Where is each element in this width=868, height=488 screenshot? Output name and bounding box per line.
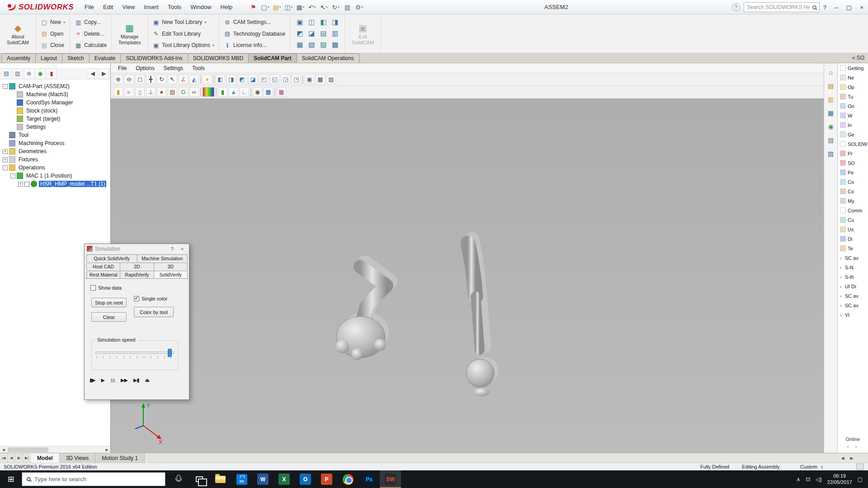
taskbar-search-input[interactable]: Type here to search: [22, 472, 165, 486]
view-iso-button[interactable]: ◲: [281, 75, 290, 84]
solidcam-menu-item[interactable]: Tools: [188, 65, 209, 71]
taskpane-item[interactable]: SO: [838, 158, 868, 168]
toolbar-button[interactable]: [216, 88, 217, 96]
tree-item[interactable]: Machining Process: [0, 139, 110, 147]
photoshop-button[interactable]: Ps: [359, 470, 380, 488]
license-info-button[interactable]: ℹLicense info...: [224, 40, 285, 50]
select-arrow-button[interactable]: ↖: [168, 75, 177, 84]
command-tab[interactable]: SolidCAM Part: [248, 53, 297, 63]
graphics-viewport[interactable]: Y X: [111, 99, 824, 453]
appearances-tab[interactable]: ◉: [826, 122, 835, 131]
view-tab[interactable]: Model: [31, 453, 60, 463]
tree-item[interactable]: Stock (stock): [0, 107, 110, 115]
solidworks-resources-tab[interactable]: ⌂: [826, 68, 835, 77]
cam-copy-button[interactable]: ▥Copy...: [75, 17, 107, 27]
cam-utility-5[interactable]: ◩: [295, 28, 305, 38]
solidcam-menu-item[interactable]: Settings: [159, 65, 188, 71]
tree-item[interactable]: CoordSys Manager: [0, 99, 110, 107]
manage-templates-button[interactable]: Manage Templates: [112, 14, 148, 53]
machine-sim-button[interactable]: ▤: [168, 87, 177, 97]
color-by-tool-button[interactable]: Color by tool: [134, 307, 174, 317]
taskpane-item[interactable]: UI Dr: [838, 282, 868, 291]
taskpane-item[interactable]: SOLIDW: [838, 139, 868, 149]
tree-next[interactable]: ▶: [99, 69, 109, 79]
tree-item[interactable]: Target (target): [0, 115, 110, 123]
tree-item[interactable]: + Geometries: [0, 147, 110, 155]
to-end-button[interactable]: ▶▮: [133, 377, 139, 383]
toolbar-button[interactable]: [302, 75, 303, 84]
view-tab[interactable]: 3D Views: [60, 453, 95, 463]
stop-on-next-button[interactable]: Stop on next: [91, 298, 127, 307]
taskpane-item[interactable]: Tu: [838, 92, 868, 101]
expander-icon[interactable]: +: [3, 149, 8, 154]
tree-tab-coordsys[interactable]: ⊕: [24, 69, 34, 79]
pane-right-button[interactable]: ▶: [847, 453, 856, 463]
network-icon[interactable]: ⊡: [806, 476, 810, 483]
cam-calculate-button[interactable]: ▦Calculate: [75, 40, 107, 50]
tree-item[interactable]: + HSR_HMP_model ...T1 (1): [0, 180, 110, 188]
menu-item[interactable]: View: [118, 0, 139, 14]
show-stock-button[interactable]: ▮: [113, 87, 123, 97]
scroll-track[interactable]: [7, 446, 104, 453]
clear-button[interactable]: Clear: [91, 312, 127, 322]
taskpane-item[interactable]: SC av: [838, 291, 868, 300]
tree-hscrollbar[interactable]: [0, 446, 110, 453]
tree-item[interactable]: Machine (Mach3): [0, 90, 110, 99]
toolbar-button[interactable]: [200, 88, 201, 96]
gcode-button[interactable]: G: [179, 87, 188, 97]
simulation-mode-tab[interactable]: Quick SolidVerify: [86, 254, 137, 262]
simulation-mode-tab[interactable]: 2D: [120, 263, 154, 270]
color-scale[interactable]: [203, 87, 214, 97]
rotate-view-button[interactable]: ↻: [157, 75, 166, 84]
show-data-checkbox[interactable]: Show data: [90, 285, 122, 291]
tray-expand-button[interactable]: ∧: [797, 476, 801, 483]
taskpane-item[interactable]: Co: [838, 177, 868, 187]
taskpane-item[interactable]: W: [838, 111, 868, 120]
taskpane-item[interactable]: Pe: [838, 168, 868, 177]
forward-button[interactable]: ▶▶: [121, 377, 127, 383]
options-button[interactable]: ⚙: [354, 2, 364, 13]
step-button[interactable]: ▮▶: [90, 377, 95, 383]
view-dimetric-button[interactable]: ◳: [292, 75, 301, 84]
taskpane-collapse[interactable]: « SO: [852, 55, 864, 61]
scroll-left-icon[interactable]: [0, 446, 7, 453]
solidworks-button[interactable]: SW: [380, 470, 401, 488]
expander-icon[interactable]: -: [3, 84, 8, 89]
tree-tab-features[interactable]: ▤: [1, 69, 11, 79]
exit-solidcam-button[interactable]: Exit SolidCAM: [345, 14, 381, 53]
menu-item[interactable]: Insert: [139, 0, 163, 14]
view-palette-tab[interactable]: ▦: [826, 108, 835, 117]
solidcam-menu-item[interactable]: Options: [131, 65, 159, 71]
section-button[interactable]: ◭: [189, 75, 199, 84]
restore-button[interactable]: ▢: [843, 1, 855, 14]
cam-utility-9[interactable]: ▦: [295, 40, 305, 50]
command-tab[interactable]: SOLIDWORKS Add-Ins: [120, 53, 188, 63]
tree-item[interactable]: - CAM-Part (ASSEM2): [0, 82, 110, 90]
taskpane-item[interactable]: Ne: [838, 73, 868, 82]
show-holder-button[interactable]: ▲: [229, 87, 238, 97]
online-nav-arrows[interactable]: [838, 444, 868, 449]
snapshot-button[interactable]: ◉: [253, 87, 262, 97]
prev-view-button[interactable]: ◀: [8, 453, 15, 463]
tree-item[interactable]: + Fixtures: [0, 155, 110, 164]
command-tab[interactable]: Sketch: [62, 53, 90, 63]
pane-left-button[interactable]: ◀: [838, 453, 847, 463]
tree-tab-display[interactable]: ▥: [13, 69, 23, 79]
zoom-window-button[interactable]: ◻: [135, 75, 145, 84]
design-library-tab[interactable]: ▤: [826, 81, 835, 90]
view-bottom-button[interactable]: ◱: [270, 75, 279, 84]
excel-button[interactable]: X: [274, 470, 295, 488]
measure-button[interactable]: ∠: [179, 75, 188, 84]
configuration-selector[interactable]: Custom: [800, 464, 823, 469]
taskpane-item[interactable]: Us: [838, 225, 868, 234]
volume-icon[interactable]: ◁): [816, 476, 821, 483]
next-view-button[interactable]: ▶: [15, 453, 23, 463]
taskpane-item[interactable]: Pr: [838, 149, 868, 158]
chrome-button[interactable]: [337, 470, 359, 488]
dialog-titlebar[interactable]: Simulation ?×: [85, 244, 189, 254]
cortana-mic-button[interactable]: [167, 470, 189, 488]
pane-toggle-icon[interactable]: [856, 464, 863, 470]
cam-utility-8[interactable]: ▥: [330, 28, 340, 38]
taskpane-item[interactable]: Te: [838, 244, 868, 253]
show-tool-button[interactable]: ▮: [218, 87, 227, 97]
